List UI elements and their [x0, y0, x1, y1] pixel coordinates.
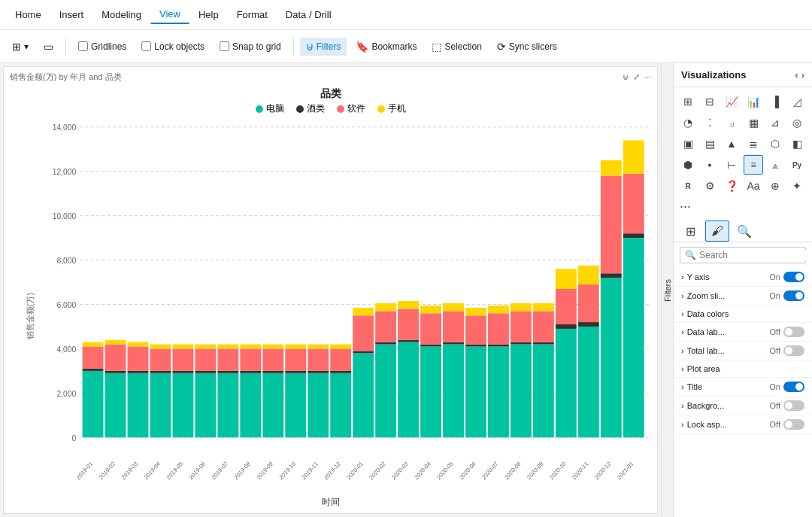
vis-icon-slicer[interactable]: ≣ — [744, 134, 763, 154]
panel-back-icon[interactable]: ‹ — [795, 69, 798, 81]
prop-lock-aspect[interactable]: › Lock asp... Off — [674, 415, 812, 434]
prop-total-labels-control[interactable]: Off — [770, 345, 804, 356]
gridlines-toggle[interactable]: Gridlines — [72, 38, 132, 55]
vis-tab-fields[interactable]: ⊞ — [678, 220, 702, 242]
svg-rect-79 — [353, 308, 374, 315]
prop-data-colors[interactable]: › Data colors — [674, 306, 812, 323]
sync-slicers-button[interactable]: ⟳ Sync slicers — [491, 38, 563, 56]
menu-modeling[interactable]: Modeling — [92, 6, 150, 23]
vis-icon-column[interactable]: ▐ — [765, 92, 785, 111]
vis-icon-treemap[interactable]: ▪ — [700, 155, 720, 175]
svg-rect-52 — [240, 371, 261, 373]
vis-icon-kpi[interactable]: ▲ — [722, 134, 741, 154]
vis-icon-card[interactable]: ▣ — [678, 134, 698, 154]
prop-zoom-chevron: › — [681, 291, 684, 300]
vis-icon-scatter[interactable]: ⁚ — [700, 113, 720, 132]
vis-icon-funnel[interactable]: ⊿ — [765, 113, 785, 132]
vis-icon-ribbon[interactable]: ⟁ — [765, 155, 785, 175]
filters-side-panel[interactable]: Filters — [661, 63, 673, 517]
vis-icons-more[interactable]: ··· — [674, 196, 812, 217]
title-toggle[interactable] — [783, 382, 804, 392]
prop-title-control[interactable]: On — [769, 382, 804, 392]
selection-button[interactable]: ⬚ Selection — [426, 38, 487, 56]
vis-tab-format[interactable]: 🖌 — [705, 220, 729, 242]
prop-data-labels-control[interactable]: Off — [770, 327, 804, 337]
zoom-toggle[interactable] — [783, 290, 804, 301]
prop-zoom-slider[interactable]: › Zoom sli... On — [674, 287, 812, 306]
vis-icon-line[interactable]: 📈 — [722, 92, 741, 111]
svg-text:2020-09: 2020-09 — [526, 460, 545, 481]
vis-icon-combo[interactable]: ⟓ — [722, 113, 741, 132]
prop-plot-area-label: › Plot area — [681, 364, 720, 373]
prop-plot-area[interactable]: › Plot area — [674, 360, 812, 378]
menu-format[interactable]: Format — [228, 6, 277, 23]
svg-rect-82 — [375, 342, 396, 345]
svg-rect-127 — [578, 322, 599, 327]
prop-data-labels[interactable]: › Data lab... Off — [674, 323, 812, 342]
vis-icon-qa[interactable]: ❓ — [722, 176, 741, 196]
lock-objects-checkbox[interactable] — [141, 41, 151, 51]
vis-icon-shape-map[interactable]: ⬢ — [678, 155, 698, 175]
menu-home[interactable]: Home — [6, 6, 50, 23]
vis-icon-custom-2[interactable]: ✦ — [787, 176, 807, 196]
vis-icon-custom-1[interactable]: ⊕ — [765, 176, 785, 196]
vis-icon-waterfall[interactable]: ▦ — [744, 113, 763, 132]
lock-aspect-toggle[interactable] — [783, 419, 804, 430]
more-options-icon[interactable]: ··· — [644, 72, 651, 82]
vis-icon-smart-narrative[interactable]: Aa — [744, 176, 763, 196]
vis-tab-analytics[interactable]: 🔍 — [732, 220, 756, 242]
gridlines-checkbox[interactable] — [78, 41, 88, 51]
prop-background-control[interactable]: Off — [770, 400, 804, 411]
svg-text:2019-07: 2019-07 — [211, 460, 229, 481]
background-toggle[interactable] — [783, 400, 804, 411]
vis-icon-table[interactable]: ⊞ — [678, 92, 698, 111]
vis-icon-python[interactable]: Py — [787, 155, 807, 175]
vis-icon-stacked-bar[interactable]: ≡ — [744, 155, 763, 175]
vis-icon-map[interactable]: ⬡ — [765, 134, 785, 154]
filters-button[interactable]: ⊎ Filters — [300, 38, 347, 56]
menu-help[interactable]: Help — [189, 6, 228, 23]
menu-insert[interactable]: Insert — [50, 6, 93, 23]
filter-icon[interactable]: ⊎ — [623, 72, 629, 82]
vis-icon-matrix[interactable]: ⊟ — [700, 92, 720, 111]
snap-to-grid-checkbox[interactable] — [220, 41, 229, 51]
prop-y-axis-control[interactable]: On — [769, 272, 804, 282]
svg-rect-28 — [128, 346, 149, 370]
vis-icon-decomp-tree[interactable]: ⊢ — [722, 155, 741, 175]
svg-rect-138 — [623, 174, 644, 234]
expand-icon[interactable]: ⤢ — [633, 72, 640, 82]
filters-tab-label[interactable]: Filters — [662, 273, 674, 308]
vis-icon-gauge[interactable]: ◎ — [787, 113, 807, 132]
prop-y-axis[interactable]: › Y axis On — [674, 268, 812, 287]
vis-icon-ai-insights[interactable]: ⚙ — [700, 176, 720, 196]
vis-icon-bar[interactable]: 📊 — [744, 92, 763, 111]
vis-icon-r[interactable]: R — [678, 176, 698, 196]
vis-icon-pie[interactable]: ◔ — [678, 113, 698, 132]
vis-icon-area[interactable]: ◿ — [787, 92, 807, 111]
page-view-button[interactable]: ⊞ ▾ — [6, 38, 35, 56]
mobile-layout-button[interactable]: ▭ — [38, 38, 59, 56]
vis-icon-filled-map[interactable]: ◧ — [787, 134, 807, 154]
total-labels-toggle[interactable] — [783, 345, 804, 356]
legend-dot-shouji — [377, 105, 385, 113]
bookmarks-button[interactable]: 🔖 Bookmarks — [350, 38, 423, 56]
snap-to-grid-toggle[interactable]: Snap to grid — [214, 38, 287, 55]
toolbar: ⊞ ▾ ▭ Gridlines Lock objects Snap to gri… — [0, 30, 812, 63]
svg-rect-137 — [623, 233, 644, 238]
vis-icon-multirow-card[interactable]: ▤ — [700, 134, 720, 154]
menu-data-drill[interactable]: Data / Drill — [277, 6, 341, 23]
prop-data-colors-chevron: › — [681, 309, 684, 318]
prop-zoom-control[interactable]: On — [769, 290, 804, 301]
prop-background[interactable]: › Backgro... Off — [674, 397, 812, 415]
lock-objects-toggle[interactable]: Lock objects — [135, 38, 211, 55]
prop-total-labels[interactable]: › Total lab... Off — [674, 342, 812, 360]
y-axis-toggle[interactable] — [783, 272, 804, 282]
prop-lock-aspect-control[interactable]: Off — [770, 419, 804, 430]
search-input[interactable] — [699, 250, 812, 260]
menu-view[interactable]: View — [150, 5, 189, 24]
svg-rect-26 — [128, 373, 149, 437]
data-labels-toggle[interactable] — [783, 327, 804, 337]
svg-rect-34 — [150, 345, 171, 349]
prop-title[interactable]: › Title On — [674, 378, 812, 397]
panel-forward-icon[interactable]: › — [801, 69, 804, 81]
